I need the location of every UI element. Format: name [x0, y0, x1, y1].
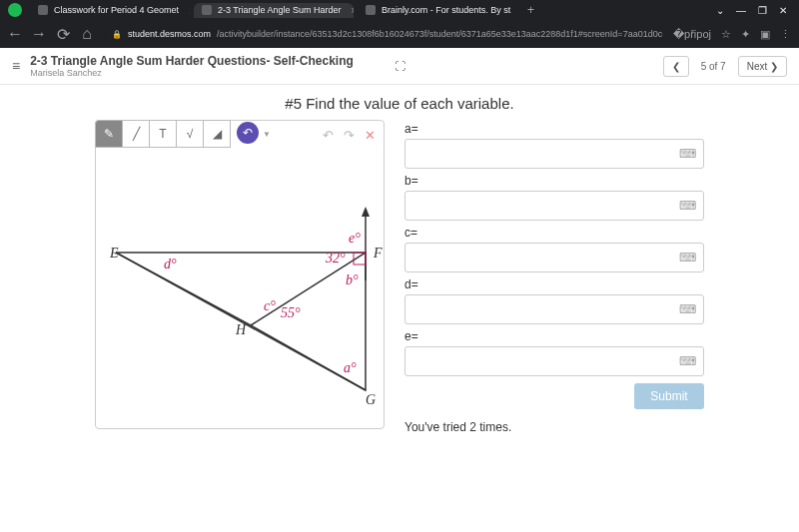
tab-classwork[interactable]: Classwork for Period 4 Geomet ×	[30, 3, 190, 18]
triangle-diagram: E F G H d° e° 32° b° c° 55° a°	[96, 151, 386, 430]
input-wrap-d: ⌨	[404, 294, 704, 324]
chevron-down-icon[interactable]: ⌄	[716, 5, 724, 16]
input-a[interactable]	[404, 139, 704, 169]
delete-icon[interactable]: ✕	[365, 128, 376, 143]
title-block: 2-3 Triangle Angle Sum Harder Questions-…	[30, 54, 652, 78]
maximize-icon[interactable]: ❐	[758, 5, 767, 16]
svg-line-4	[251, 253, 366, 325]
share-icon[interactable]: �připoj	[673, 28, 711, 41]
content: #5 Find the value of each variable. ✎ ╱ …	[0, 85, 799, 444]
tries-text: You've tried 2 times.	[404, 420, 704, 434]
url-path: /activitybuilder/instance/63513d2c1308f6…	[217, 29, 663, 39]
star-icon[interactable]: ☆	[721, 28, 731, 41]
reload-icon[interactable]: ⟳	[56, 25, 70, 44]
page-title: 2-3 Triangle Angle Sum Harder Questions-…	[30, 54, 652, 68]
keyboard-icon[interactable]: ⌨	[679, 251, 696, 265]
input-wrap-c: ⌨	[404, 243, 704, 272]
question-title: #5 Find the value of each variable.	[20, 95, 779, 112]
label-d: d=	[404, 277, 704, 291]
fullscreen-icon[interactable]: ⛶	[395, 60, 405, 72]
page-header: ≡ 2-3 Triangle Angle Sum Harder Question…	[0, 48, 799, 85]
header-nav: ❮ 5 of 7 Next ❯	[663, 56, 787, 77]
vertex-G: G	[366, 392, 376, 407]
forward-icon[interactable]: →	[32, 25, 46, 43]
lock-icon: 🔒	[112, 30, 122, 39]
keyboard-icon[interactable]: ⌨	[679, 354, 696, 368]
favicon-icon	[38, 5, 48, 15]
tab-label: 2-3 Triangle Angle Sum Harder	[218, 5, 342, 15]
text-tool[interactable]: T	[149, 120, 177, 148]
input-wrap-a: ⌨	[404, 139, 704, 169]
new-tab-button[interactable]: +	[521, 3, 540, 17]
next-button[interactable]: Next ❯	[738, 56, 787, 77]
drawing-toolbar: ✎ ╱ T √ ◢ ↶ ▼	[95, 120, 275, 148]
angle-a: a°	[344, 360, 357, 375]
vertex-H: H	[235, 322, 247, 337]
browser-actions: �připoj ☆ ✦ ▣ ⋮	[673, 28, 791, 41]
angle-d: d°	[164, 257, 177, 271]
label-c: c=	[404, 226, 704, 240]
close-icon[interactable]: ×	[189, 5, 190, 16]
vertex-F: F	[373, 246, 383, 261]
tab-label: Classwork for Period 4 Geomet	[54, 5, 179, 15]
undo-redo-group: ↶ ↷ ✕	[315, 121, 384, 149]
angle-e: e°	[349, 231, 361, 246]
back-icon[interactable]: ←	[8, 25, 22, 43]
input-wrap-e: ⌨	[404, 346, 704, 376]
label-e: e=	[404, 329, 704, 343]
line-tool[interactable]: ╱	[122, 120, 150, 148]
angle-55: 55°	[281, 305, 301, 320]
angle-b: b°	[346, 272, 359, 287]
hamburger-icon[interactable]: ≡	[12, 58, 20, 74]
favicon-icon	[202, 5, 212, 15]
panel-icon[interactable]: ▣	[760, 28, 770, 41]
redo-icon[interactable]: ↷	[344, 128, 355, 143]
student-name: Marisela Sanchez	[30, 68, 652, 78]
drawing-canvas[interactable]: ✎ ╱ T √ ◢ ↶ ▼ ↶ ↷ ✕ E F	[95, 120, 385, 429]
keyboard-icon[interactable]: ⌨	[679, 199, 696, 213]
label-b: b=	[404, 174, 704, 188]
color-dropdown-icon[interactable]: ▼	[259, 130, 275, 139]
answers-panel: a= ⌨ b= ⌨ c= ⌨ d= ⌨ e= ⌨	[404, 120, 704, 434]
menu-icon[interactable]: ⋮	[780, 28, 791, 41]
angle-c: c°	[264, 298, 276, 313]
close-window-icon[interactable]: ✕	[779, 5, 787, 16]
eraser-tool[interactable]: ◢	[203, 120, 231, 148]
address-bar[interactable]: 🔒 student.desmos.com/activitybuilder/ins…	[104, 26, 663, 42]
close-icon[interactable]: ×	[352, 5, 354, 16]
vertex-E: E	[109, 246, 119, 261]
input-d[interactable]	[404, 294, 704, 324]
input-b[interactable]	[404, 191, 704, 221]
input-wrap-b: ⌨	[404, 191, 704, 221]
url-domain: student.desmos.com	[128, 29, 211, 39]
tab-label: Brainly.com - For students. By st	[382, 5, 510, 15]
math-tool[interactable]: √	[176, 120, 204, 148]
svg-marker-1	[362, 207, 370, 217]
extension-icon[interactable]: ✦	[741, 28, 750, 41]
label-a: a=	[404, 122, 704, 136]
tab-brainly[interactable]: Brainly.com - For students. By st ×	[358, 3, 517, 18]
window-controls: ⌄ — ❐ ✕	[716, 5, 791, 16]
tab-bar: Classwork for Period 4 Geomet × 2-3 Tria…	[0, 0, 799, 20]
address-row: ← → ⟳ ⌂ 🔒 student.desmos.com/activitybui…	[0, 20, 799, 48]
browser-chrome: Classwork for Period 4 Geomet × 2-3 Tria…	[0, 0, 799, 48]
svg-line-3	[116, 253, 366, 390]
color-picker[interactable]: ↶	[237, 122, 259, 144]
prev-button[interactable]: ❮	[663, 56, 689, 77]
submit-button[interactable]: Submit	[634, 383, 704, 409]
favicon-icon	[366, 5, 376, 15]
spotify-icon[interactable]	[8, 3, 22, 17]
input-c[interactable]	[404, 243, 704, 272]
home-icon[interactable]: ⌂	[80, 25, 94, 43]
keyboard-icon[interactable]: ⌨	[679, 147, 696, 161]
undo-icon[interactable]: ↶	[323, 128, 334, 143]
input-e[interactable]	[404, 346, 704, 376]
tab-desmos[interactable]: 2-3 Triangle Angle Sum Harder ×	[194, 3, 354, 18]
page-counter: 5 of 7	[695, 61, 732, 72]
keyboard-icon[interactable]: ⌨	[679, 302, 696, 316]
pencil-tool[interactable]: ✎	[95, 120, 123, 148]
minimize-icon[interactable]: —	[736, 5, 746, 16]
angle-32: 32°	[325, 251, 346, 266]
main-row: ✎ ╱ T √ ◢ ↶ ▼ ↶ ↷ ✕ E F	[20, 120, 779, 434]
